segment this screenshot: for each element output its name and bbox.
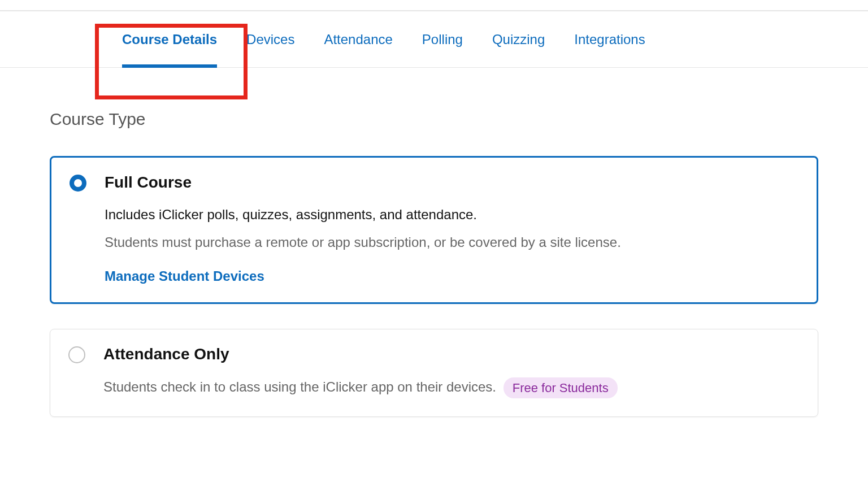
settings-tab-bar: Course Details Devices Attendance Pollin… bbox=[0, 11, 868, 68]
content-area: Course Type Full Course Includes iClicke… bbox=[0, 68, 868, 464]
free-for-students-badge: Free for Students bbox=[504, 377, 618, 398]
option-full-course-desc: Includes iClicker polls, quizzes, assign… bbox=[105, 205, 798, 225]
radio-full-course[interactable] bbox=[70, 175, 86, 192]
option-full-course-body: Full Course Includes iClicker polls, qui… bbox=[105, 173, 798, 284]
course-type-heading: Course Type bbox=[50, 110, 818, 129]
option-attendance-only-desc: Students check in to class using the iCl… bbox=[103, 379, 496, 394]
option-full-course[interactable]: Full Course Includes iClicker polls, qui… bbox=[50, 156, 818, 304]
top-divider bbox=[0, 0, 868, 11]
option-attendance-only[interactable]: Attendance Only Students check in to cla… bbox=[50, 329, 818, 417]
tab-integrations[interactable]: Integrations bbox=[574, 11, 645, 68]
radio-attendance-only[interactable] bbox=[68, 346, 85, 363]
option-attendance-only-body: Attendance Only Students check in to cla… bbox=[103, 345, 800, 398]
tab-devices[interactable]: Devices bbox=[246, 11, 294, 68]
option-full-course-title: Full Course bbox=[105, 173, 798, 192]
tab-quizzing[interactable]: Quizzing bbox=[492, 11, 545, 68]
manage-student-devices-link[interactable]: Manage Student Devices bbox=[105, 268, 264, 284]
option-full-course-subdesc: Students must purchase a remote or app s… bbox=[105, 233, 798, 253]
option-attendance-only-title: Attendance Only bbox=[103, 345, 800, 363]
option-attendance-only-desc-row: Students check in to class using the iCl… bbox=[103, 377, 800, 398]
tab-attendance[interactable]: Attendance bbox=[324, 11, 392, 68]
tab-polling[interactable]: Polling bbox=[422, 11, 463, 68]
tab-course-details[interactable]: Course Details bbox=[122, 11, 217, 68]
